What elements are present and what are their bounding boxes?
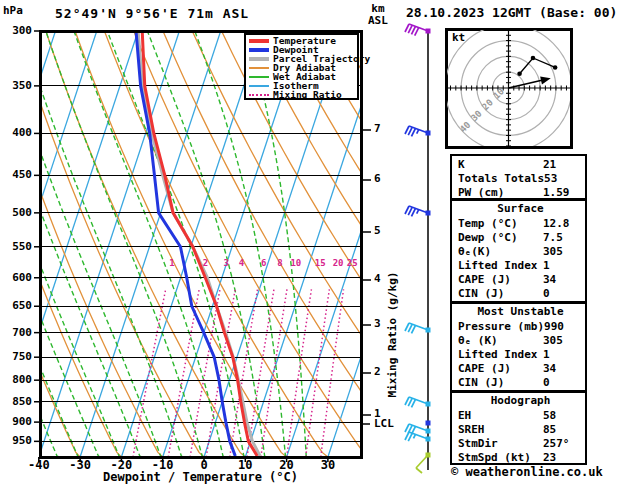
km-tick-label: 2 (374, 366, 381, 378)
stat-label: Dewp (°C) (458, 231, 543, 244)
legend-swatch-wet-adiabat (249, 76, 269, 78)
wind-barb-feather (411, 208, 415, 216)
wet-adiabat-line (22, 31, 184, 457)
pressure-tick-label: 950 (2, 435, 32, 447)
stat-row: StmDir257° (458, 436, 583, 450)
wind-barb-feather (408, 25, 412, 33)
legend-swatch-dewpoint (249, 48, 269, 52)
stat-label: Pressure (mb) (458, 320, 544, 333)
pressure-tick-label: 350 (2, 80, 32, 92)
legend-swatch-temperature (249, 39, 269, 43)
wind-barb-half-feather (417, 210, 419, 214)
stat-row: Dewp (°C)7.5 (458, 230, 583, 244)
km-tick-label: 1 (374, 408, 381, 420)
wet-adiabat-line (74, 31, 225, 457)
stat-value: 257° (543, 437, 583, 450)
temp-tick-label: -20 (105, 459, 137, 472)
mixing-ratio-value-label: 6 (261, 259, 266, 268)
mixing-ratio-line (306, 289, 330, 457)
hodograph-trace-point (531, 56, 536, 61)
wind-barb-feather (408, 398, 412, 406)
wind-barb (405, 397, 431, 407)
stat-value: 53 (544, 172, 583, 185)
stat-row: EH58 (458, 408, 583, 422)
most-unstable-panel: Most Unstable Pressure (mb)990θₑ (K)305L… (450, 302, 587, 392)
stat-value: 34 (543, 273, 583, 286)
stat-row: Temp (°C)12.8 (458, 216, 583, 230)
mixing-ratio-value-label: 25 (347, 259, 358, 268)
wind-barb (405, 126, 431, 136)
pressure-tick-label: 850 (2, 396, 32, 408)
stat-label: θₑ(K) (458, 245, 543, 258)
legend-item: Mixing Ratio (249, 90, 357, 99)
pressure-unit-label: hPa (3, 5, 23, 17)
mixing-ratio-axis-label: Mixing Ratio (g/kg) (386, 250, 399, 420)
surface-panel-title: Surface (458, 202, 583, 216)
km-tick-label: 7 (374, 123, 381, 135)
wind-barb-feather (408, 207, 412, 215)
hodograph-trace-point (517, 71, 522, 76)
stat-value: 1.59 (543, 186, 583, 199)
hodograph-unit-label: kt (452, 32, 465, 44)
wind-barb-feather (408, 433, 412, 441)
pressure-tick-label: 800 (2, 374, 32, 386)
stat-label: Totals Totals (458, 172, 544, 185)
stat-label: EH (458, 409, 543, 422)
legend-swatch-parcel-trajectory (249, 57, 269, 61)
stat-label: StmDir (458, 437, 543, 450)
temp-tick-label: 0 (188, 459, 220, 472)
wind-barb-dot (426, 421, 431, 426)
copyright: © weatheronline.co.uk (451, 466, 603, 479)
wind-barb-feather (411, 26, 415, 34)
temp-tick-label: -40 (23, 459, 55, 472)
wind-barb-feather (405, 432, 409, 440)
mixing-ratio-value-label: 10 (290, 259, 301, 268)
stat-row: CIN (J)0 (458, 286, 583, 300)
mixing-ratio-value-label: 4 (239, 259, 244, 268)
hodograph-panel-title: Hodograph (458, 394, 583, 408)
stat-value: 85 (543, 423, 583, 436)
wind-barb-feather (411, 399, 415, 407)
stat-row: CAPE (J)34 (458, 272, 583, 286)
stat-label: StmSpd (kt) (458, 451, 543, 464)
surface-panel: Surface Temp (°C)12.8Dewp (°C)7.5θₑ(K)30… (450, 199, 587, 303)
dry-adiabat-line (17, 31, 204, 457)
legend-swatch-isotherm (249, 85, 269, 87)
wind-barb-feather (405, 126, 409, 134)
wind-barb-feather (415, 28, 419, 36)
stat-label: K (458, 158, 543, 171)
wind-barb (405, 206, 431, 216)
stat-value: 1 (543, 348, 583, 361)
stat-value: 21 (543, 158, 583, 171)
hodograph-stats-panel: Hodograph EH58SREH85StmDir257°StmSpd (kt… (450, 391, 587, 465)
stat-value: 305 (543, 334, 583, 347)
stat-row: Lifted Index1 (458, 258, 583, 272)
pressure-tick-label: 700 (2, 327, 32, 339)
wind-barb-feather (411, 128, 415, 136)
pressure-tick-label: 400 (2, 127, 32, 139)
pressure-tick-label: 550 (2, 241, 32, 253)
mixing-ratio-value-label: 20 (333, 259, 344, 268)
km-tick-label: 4 (374, 273, 381, 285)
wind-barb (405, 323, 431, 333)
legend: TemperatureDewpointParcel TrajectoryDry … (244, 33, 359, 100)
wind-barb-feather (405, 323, 409, 331)
stat-row: θₑ(K)305 (458, 244, 583, 258)
pressure-tick-label: 750 (2, 351, 32, 363)
stat-label: Lifted Index (458, 348, 543, 361)
wind-barb (426, 421, 431, 426)
wind-barb-feather (411, 325, 415, 333)
stat-value: 34 (543, 362, 583, 375)
stat-label: Lifted Index (458, 259, 543, 272)
mixing-ratio-value-label: 1 (169, 259, 174, 268)
stat-label: CIN (J) (458, 287, 543, 300)
stat-row: StmSpd (kt)23 (458, 450, 583, 464)
pressure-tick-label: 900 (2, 416, 32, 428)
wind-barb-feather (405, 24, 409, 32)
stat-value: 0 (543, 376, 583, 389)
stat-label: Temp (°C) (458, 217, 543, 230)
legend-swatch-mixing-ratio (249, 94, 269, 96)
mixing-ratio-value-label: 3 (223, 259, 228, 268)
temp-tick-label: 10 (229, 459, 261, 472)
stat-label: CAPE (J) (458, 362, 543, 375)
